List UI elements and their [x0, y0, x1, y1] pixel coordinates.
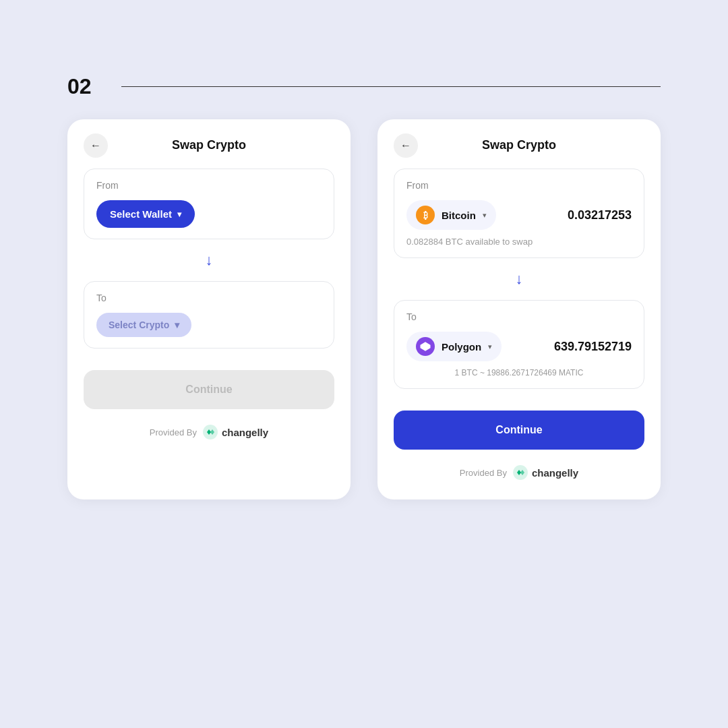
changelly-icon-right [512, 464, 528, 481]
to-section-left: To Select Crypto ▾ [84, 281, 334, 348]
polygon-icon [416, 337, 435, 356]
polygon-chevron-icon: ▾ [488, 342, 492, 351]
select-wallet-label: Select Wallet [110, 208, 172, 220]
swap-arrow-right: ↓ [394, 258, 644, 300]
select-crypto-label: Select Crypto [109, 320, 169, 330]
continue-button-right[interactable]: Continue [394, 411, 644, 450]
step-number: 02 [67, 74, 108, 99]
provided-by-right: Provided By changelly [394, 464, 644, 481]
down-arrow-icon: ↓ [206, 251, 213, 269]
to-label-right: To [406, 311, 632, 322]
to-section-right: To Polygon ▾ 639.79152719 1 BTC ~ 19886.… [394, 300, 644, 389]
changelly-label-right: changelly [532, 467, 578, 479]
card-right-title: Swap Crypto [482, 138, 556, 152]
back-button-left[interactable]: ← [84, 133, 108, 158]
provided-by-label-right: Provided By [460, 468, 507, 478]
polygon-row: Polygon ▾ 639.79152719 [406, 332, 632, 361]
step-line [121, 86, 661, 88]
changelly-logo-right: changelly [512, 464, 578, 481]
changelly-icon-left [202, 424, 218, 440]
bitcoin-name: Bitcoin [442, 210, 476, 221]
cards-container: ← Swap Crypto From Select Wallet ▾ ↓ To … [67, 119, 661, 499]
conversion-rate: 1 BTC ~ 19886.2671726469 MATIC [406, 368, 632, 377]
from-section-right: From ₿ Bitcoin ▾ 0.03217253 0.082884 BTC… [394, 169, 644, 258]
chevron-down-icon: ▾ [177, 210, 181, 219]
changelly-label-left: changelly [222, 427, 268, 438]
card-left-header: ← Swap Crypto [84, 138, 334, 152]
select-wallet-button[interactable]: Select Wallet ▾ [96, 200, 195, 228]
bitcoin-icon: ₿ [416, 206, 435, 224]
polygon-name: Polygon [442, 341, 481, 353]
to-label-left: To [96, 293, 322, 303]
card-right: ← Swap Crypto From ₿ Bitcoin ▾ 0.0321725… [377, 119, 661, 499]
from-section-left: From Select Wallet ▾ [84, 169, 334, 239]
continue-button-left[interactable]: Continue [84, 370, 334, 409]
card-left: ← Swap Crypto From Select Wallet ▾ ↓ To … [67, 119, 351, 499]
select-crypto-button[interactable]: Select Crypto ▾ [96, 313, 191, 337]
polygon-amount: 639.79152719 [554, 340, 632, 354]
swap-arrow-left: ↓ [84, 239, 334, 281]
card-left-title: Swap Crypto [172, 138, 246, 152]
back-arrow-icon: ← [90, 140, 101, 152]
bitcoin-chevron-icon: ▾ [483, 211, 487, 220]
from-label-left: From [96, 180, 322, 191]
bitcoin-selector[interactable]: ₿ Bitcoin ▾ [406, 200, 496, 230]
back-button-right[interactable]: ← [394, 133, 418, 158]
changelly-logo-left: changelly [202, 424, 268, 440]
card-right-header: ← Swap Crypto [394, 138, 644, 152]
from-label-right: From [406, 180, 632, 191]
bitcoin-row: ₿ Bitcoin ▾ 0.03217253 [406, 200, 632, 230]
down-arrow-icon-right: ↓ [516, 270, 523, 288]
bitcoin-available: 0.082884 BTC available to swap [406, 237, 632, 247]
back-arrow-icon-right: ← [400, 140, 411, 152]
polygon-selector[interactable]: Polygon ▾ [406, 332, 502, 361]
bitcoin-amount: 0.03217253 [568, 208, 632, 222]
provided-by-label-left: Provided By [150, 427, 197, 437]
provided-by-left: Provided By changelly [84, 424, 334, 440]
chevron-down-icon-crypto: ▾ [175, 320, 179, 330]
